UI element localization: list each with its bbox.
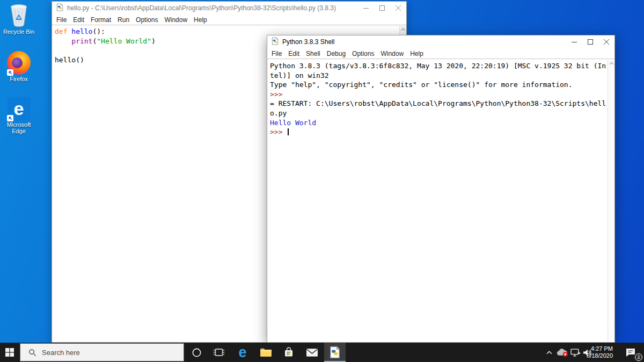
menu-item-edit[interactable]: Edit [285,49,303,59]
clock-time: 4:27 PM [591,345,613,352]
task-view-icon [213,347,225,357]
mail-icon [306,348,318,357]
taskbar-search-box[interactable] [20,343,184,361]
editor-menubar: File Edit Format Run Options Window Help [52,15,406,25]
taskbar-store-button[interactable] [278,343,299,362]
shell-window-title: Python 3.8.3 Shell [282,38,334,46]
close-button[interactable] [390,2,406,15]
windows-logo-icon [5,348,14,357]
menu-item-shell[interactable]: Shell [303,49,324,59]
taskbar-edge-button[interactable]: e [232,343,253,362]
menu-item-file[interactable]: File [268,49,285,59]
firefox-icon [1,50,36,75]
file-explorer-icon [260,347,272,357]
action-center-icon [625,347,636,357]
recycle-bin-icon [1,3,36,27]
shell-prompt-line: >>> [270,127,614,137]
edge-icon: e [1,96,36,120]
menu-item-debug[interactable]: Debug [324,49,349,59]
hidden-icons-chevron-button[interactable] [543,343,555,362]
edge-icon: e [238,345,246,360]
editor-titlebar[interactable]: hello.py - C:\Users\robst\AppData\Local\… [52,2,406,15]
menu-item-format[interactable]: Format [87,15,114,25]
menu-item-edit[interactable]: Edit [70,15,87,25]
minimize-button[interactable] [358,2,374,15]
cortana-button[interactable] [186,343,207,362]
shell-line: o.py [270,108,614,118]
taskbar-python-idle-button[interactable] [324,343,346,362]
onedrive-error-icon [556,348,568,357]
editor-window-title: hello.py - C:\Users\robst\AppData\Local\… [67,4,336,12]
maximize-button[interactable] [374,2,390,15]
menu-item-file[interactable]: File [53,15,70,25]
shell-stdout-line: Hello World [270,118,614,128]
text-cursor [288,128,289,135]
shortcut-arrow-icon [7,115,13,121]
minimize-button[interactable] [566,35,582,48]
network-icon [570,349,581,357]
shell-vertical-scrollbar[interactable] [608,60,614,342]
menu-item-window[interactable]: Window [377,49,407,59]
menu-item-run[interactable]: Run [114,15,133,25]
network-tray-button[interactable] [569,343,582,362]
desktop-icon-microsoft-edge[interactable]: e Microsoft Edge [1,96,36,134]
chevron-up-icon [546,351,552,354]
shell-line: Python 3.8.3 (tags/v3.8.3:6f8c832, May 1… [270,61,614,71]
menu-item-options[interactable]: Options [349,49,377,59]
shell-menubar: File Edit Shell Debug Options Window Hel… [267,48,614,59]
menu-item-help[interactable]: Help [191,15,210,25]
idle-file-icon [271,37,279,47]
shortcut-arrow-icon [7,69,13,76]
taskbar-file-explorer-button[interactable] [255,343,276,362]
taskbar-clock[interactable]: 4:27 PM 6/18/2020 [581,343,613,362]
action-center-button[interactable]: 2 [617,343,644,362]
shell-text-area[interactable]: Python 3.8.3 (tags/v3.8.3:6f8c832, May 1… [267,60,614,342]
desktop-icon-label: Recycle Bin [1,28,36,35]
taskbar-mail-button[interactable] [301,343,323,362]
scroll-up-arrow-icon[interactable] [400,26,406,33]
shell-titlebar[interactable]: Python 3.8.3 Shell [267,35,614,48]
desktop-icon-recycle-bin[interactable]: Recycle Bin [1,3,36,35]
desktop-icon-firefox[interactable]: Firefox [1,50,36,82]
shell-prompt-line: >>> [270,90,614,99]
start-button[interactable] [0,343,19,362]
shell-line: = RESTART: C:\Users\robst\AppData\Local\… [270,99,614,108]
shell-line: tel)] on win32 [270,71,614,81]
scroll-up-arrow-icon[interactable] [608,60,614,67]
microsoft-store-icon [283,347,294,358]
desktop-icon-label: Firefox [1,76,36,82]
search-input[interactable] [42,349,160,357]
python-shell-window: Python 3.8.3 Shell File Edit Shell Debug… [267,35,615,343]
menu-item-help[interactable]: Help [407,49,427,59]
shell-line: Type "help", "copyright", "credits" or "… [270,80,614,90]
close-button[interactable] [598,35,614,48]
menu-item-options[interactable]: Options [133,15,161,25]
idle-file-icon [56,3,64,13]
clock-date: 6/18/2020 [587,352,613,359]
taskbar: e [0,343,644,362]
notification-count-badge: 2 [635,353,642,361]
desktop-icon-label: Microsoft Edge [1,121,36,134]
maximize-button[interactable] [582,35,598,48]
search-icon [28,349,36,357]
menu-item-window[interactable]: Window [161,15,191,25]
cortana-icon [192,347,202,358]
python-idle-icon [328,346,341,359]
onedrive-tray-button[interactable] [555,343,569,362]
task-view-button[interactable] [208,343,230,362]
